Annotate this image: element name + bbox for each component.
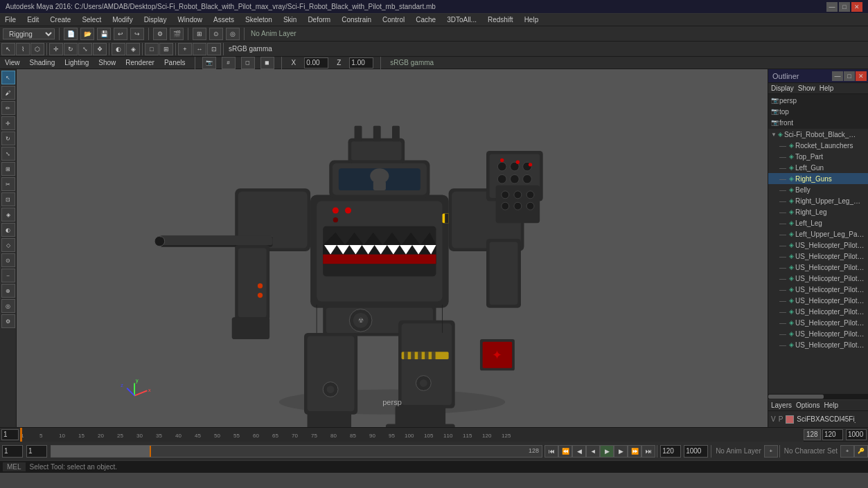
select-lt-button[interactable]: ↖ xyxy=(1,71,15,84)
show-manip-button[interactable]: ◈ xyxy=(126,43,140,55)
outliner-help-menu[interactable]: Help xyxy=(820,84,834,92)
char-set-button[interactable]: + xyxy=(840,445,854,458)
menu-item-cache[interactable]: Cache xyxy=(414,16,438,24)
help-layer-tab[interactable]: Help xyxy=(824,401,838,409)
snap-surface-button[interactable]: ◎ xyxy=(226,28,240,40)
crease-lt-button[interactable]: ~ xyxy=(1,269,15,282)
fill-lt-button[interactable]: ◐ xyxy=(1,223,15,237)
outliner-right-upper-leg[interactable]: — ◈ Right_Upper_Leg_Par... xyxy=(768,195,868,206)
snap-button[interactable]: ⊡ xyxy=(207,43,221,55)
outliner-belly[interactable]: — ◈ Belly xyxy=(768,184,868,195)
viewport-lighting-menu[interactable]: Lighting xyxy=(62,59,91,66)
outliner-left-gun[interactable]: — ◈ Left_Gun xyxy=(768,162,868,173)
menu-item-help[interactable]: Help xyxy=(522,16,541,24)
menu-item-3dtoall...[interactable]: 3DToAll... xyxy=(445,16,479,24)
range-end-input[interactable] xyxy=(660,445,681,458)
goto-end-button[interactable]: ⏭ xyxy=(641,445,655,458)
paint-select-button[interactable]: ⬡ xyxy=(30,43,44,55)
sub-frame-input[interactable] xyxy=(26,445,47,458)
outliner-right-leg[interactable]: — ◈ Right_Leg xyxy=(768,206,868,217)
menu-item-create[interactable]: Create xyxy=(48,16,73,24)
range-bar[interactable]: 128 xyxy=(51,445,542,458)
fps-input[interactable] xyxy=(846,429,867,440)
cage-button[interactable]: □ xyxy=(145,43,159,55)
render-button[interactable]: 🎬 xyxy=(170,28,184,40)
viewport-view-menu[interactable]: View xyxy=(3,59,22,66)
open-file-button[interactable]: 📂 xyxy=(80,28,94,40)
plus-button[interactable]: + xyxy=(178,43,192,55)
coord-x-input[interactable] xyxy=(304,57,328,69)
camera-button[interactable]: 📷 xyxy=(202,57,216,69)
play-back-button[interactable]: ◄ xyxy=(586,445,600,458)
soft-mod-button[interactable]: ◐ xyxy=(112,43,125,55)
outliner-minimize-button[interactable]: — xyxy=(832,71,843,81)
autokey-button[interactable]: 🔑 xyxy=(854,445,868,458)
new-file-button[interactable]: 📄 xyxy=(64,28,78,40)
outliner-persp-item[interactable]: 📷 persp xyxy=(768,95,868,106)
outliner-display-menu[interactable]: Display xyxy=(771,84,794,92)
menu-item-control[interactable]: Control xyxy=(380,16,407,24)
outliner-heli-pilot-a1[interactable]: — ◈ US_Helicopter_Pilot_a... xyxy=(768,240,868,251)
rivet-lt-button[interactable]: ⊙ xyxy=(1,253,15,267)
outliner-left-upper-leg[interactable]: — ◈ Left_Upper_Leg_Part... xyxy=(768,228,868,240)
outliner-heli-pilot-b1[interactable]: — ◈ US_Helicopter_Pilot_b... xyxy=(768,273,868,284)
current-frame-input[interactable] xyxy=(2,445,23,458)
minimize-button[interactable]: — xyxy=(826,2,838,12)
outliner-scrollbar-thumb[interactable] xyxy=(768,395,824,399)
prev-key-button[interactable]: ◀ xyxy=(572,445,586,458)
merge-lt-button[interactable]: ◈ xyxy=(1,208,15,222)
select-tool-button[interactable]: ↖ xyxy=(1,43,15,55)
grid-button[interactable]: # xyxy=(222,57,236,69)
bevel-lt-button[interactable]: ◇ xyxy=(1,238,15,252)
anim-layer-button[interactable]: + xyxy=(764,445,778,458)
end-frame-input[interactable] xyxy=(822,429,843,440)
multi-cut-lt-button[interactable]: ⊡ xyxy=(1,192,15,206)
outliner-heli-pilot-c2[interactable]: — ◈ US_Helicopter_Pilot_C... xyxy=(768,306,868,317)
scale-tool-button[interactable]: ⤡ xyxy=(78,43,92,55)
step-forward-button[interactable]: ⏩ xyxy=(628,445,641,458)
outliner-top-item[interactable]: 📷 top xyxy=(768,106,868,117)
lattice-button[interactable]: ⊞ xyxy=(159,43,173,55)
soft-select-lt-button[interactable]: ◎ xyxy=(1,299,15,313)
cut-lt-button[interactable]: ✂ xyxy=(1,177,15,191)
step-back-button[interactable]: ⏪ xyxy=(558,445,572,458)
fps-display-input[interactable] xyxy=(684,445,708,458)
outliner-scrollbar[interactable] xyxy=(768,394,868,399)
sculpt-lt-button[interactable]: ✏ xyxy=(1,101,15,115)
menu-item-modify[interactable]: Modify xyxy=(110,16,134,24)
rotate-tool-button[interactable]: ↻ xyxy=(64,43,78,55)
outliner-heli-pilot-c4[interactable]: — ◈ US_Helicopter_Pilot_C... xyxy=(768,339,868,350)
menu-item-skeleton[interactable]: Skeleton xyxy=(243,16,274,24)
outliner-heli-pilot-a3[interactable]: — ◈ US_Helicopter_Pilot_a... xyxy=(768,262,868,273)
outliner-heli-pilot-c1[interactable]: — ◈ US_Helicopter_Pilot_C... xyxy=(768,295,868,306)
settings-lt-button[interactable]: ⚙ xyxy=(1,314,15,328)
outliner-heli-pilot-a2[interactable]: — ◈ US_Helicopter_Pilot_a... xyxy=(768,251,868,262)
outliner-heli-pilot-b2[interactable]: — ◈ US_Helicopter_Pilot_b... xyxy=(768,284,868,295)
next-key-button[interactable]: ▶ xyxy=(614,445,628,458)
goto-start-button[interactable]: ⏮ xyxy=(544,445,558,458)
smooth-button[interactable]: ◼ xyxy=(260,57,274,69)
lasso-tool-button[interactable]: ⌇ xyxy=(16,43,30,55)
menu-item-display[interactable]: Display xyxy=(142,16,169,24)
viewport-renderer-menu[interactable]: Renderer xyxy=(123,59,157,66)
move-tool-button[interactable]: ✛ xyxy=(49,43,63,55)
snap-grid-button[interactable]: ⊞ xyxy=(193,28,206,40)
close-button[interactable]: ✕ xyxy=(851,2,862,12)
save-file-button[interactable]: 💾 xyxy=(97,28,111,40)
outliner-maximize-button[interactable]: □ xyxy=(844,71,855,81)
maximize-button[interactable]: □ xyxy=(839,2,850,12)
outliner-rocket-launchers[interactable]: — ◈ Rocket_Launchers xyxy=(768,140,868,151)
target-weld-lt-button[interactable]: ⊕ xyxy=(1,284,15,298)
start-frame-input[interactable] xyxy=(1,429,19,440)
menu-item-window[interactable]: Window xyxy=(175,16,204,24)
undo-button[interactable]: ↩ xyxy=(114,28,127,40)
snap-point-button[interactable]: ⊙ xyxy=(209,28,223,40)
menu-item-skin[interactable]: Skin xyxy=(281,16,299,24)
outliner-right-guns[interactable]: — ◈ Right_Guns xyxy=(768,173,868,184)
outliner-heli-pilot-c3[interactable]: — ◈ US_Helicopter_Pilot_C... xyxy=(768,317,868,328)
menu-item-file[interactable]: File xyxy=(3,16,18,24)
play-button[interactable]: ▶ xyxy=(600,445,614,458)
menu-item-assets[interactable]: Assets xyxy=(211,16,236,24)
extrude-lt-button[interactable]: ⊞ xyxy=(1,162,15,176)
rotate-lt-button[interactable]: ↻ xyxy=(1,132,15,145)
